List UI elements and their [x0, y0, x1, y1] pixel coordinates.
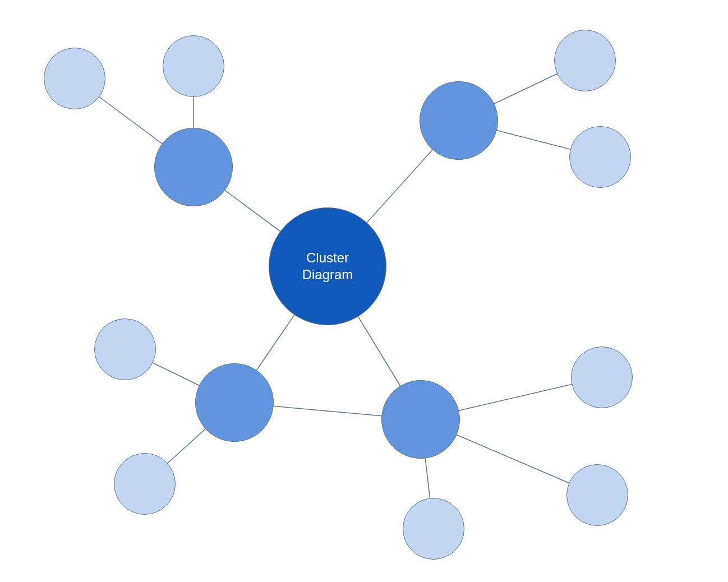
tertiary-node-tr-1 — [554, 30, 616, 91]
tertiary-node-tl-2 — [163, 35, 224, 97]
secondary-node-bottom-left — [195, 363, 274, 442]
tertiary-node-tl-1 — [44, 48, 105, 109]
tertiary-node-tr-2 — [569, 126, 631, 188]
tertiary-node-br-1 — [571, 347, 633, 408]
secondary-node-bottom-right — [381, 380, 460, 459]
secondary-node-top-right — [420, 81, 498, 160]
secondary-node-top-left — [154, 128, 233, 206]
tertiary-node-br-3 — [566, 464, 628, 526]
center-node: ClusterDiagram — [269, 207, 386, 325]
cluster-diagram: ClusterDiagram — [0, 0, 728, 582]
tertiary-node-br-2 — [403, 498, 464, 560]
tertiary-node-bl-1 — [94, 318, 156, 380]
tertiary-node-bl-2 — [114, 453, 176, 515]
center-node-label: ClusterDiagram — [302, 250, 353, 283]
